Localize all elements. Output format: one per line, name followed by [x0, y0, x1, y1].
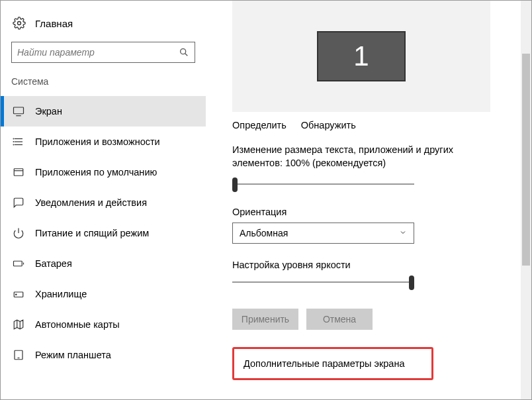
- sidebar-item-label: Питание и спящий режим: [35, 228, 149, 238]
- sidebar-item-default-apps[interactable]: Приложения по умолчанию: [1, 157, 206, 187]
- maps-icon: [13, 319, 24, 330]
- sidebar-item-tablet[interactable]: Режим планшета: [1, 340, 206, 370]
- gear-icon: [13, 17, 26, 30]
- monitor-number: 1: [353, 40, 369, 72]
- orientation-dropdown[interactable]: Альбомная: [232, 223, 414, 244]
- cancel-button[interactable]: Отмена: [306, 309, 373, 330]
- svg-rect-14: [14, 261, 22, 266]
- detect-link[interactable]: Обнаружить: [301, 120, 356, 130]
- battery-icon: [13, 258, 24, 270]
- display-preview: 1: [232, 1, 490, 112]
- storage-icon: [13, 288, 24, 300]
- svg-point-1: [181, 49, 186, 54]
- home-label: Главная: [35, 18, 73, 29]
- power-icon: [13, 227, 24, 239]
- sidebar-item-label: Автономные карты: [35, 319, 120, 330]
- scrollbar-vertical[interactable]: [521, 1, 531, 399]
- sidebar-item-storage[interactable]: Хранилище: [1, 279, 206, 309]
- orientation-label: Ориентация: [232, 207, 490, 217]
- sidebar-item-power[interactable]: Питание и спящий режим: [1, 218, 206, 248]
- slider-thumb[interactable]: [232, 177, 238, 192]
- sidebar-item-label: Батарея: [35, 258, 72, 269]
- svg-rect-11: [14, 169, 23, 176]
- svg-point-8: [13, 138, 14, 139]
- scale-slider[interactable]: [232, 177, 414, 191]
- svg-marker-18: [14, 320, 23, 329]
- advanced-display-link[interactable]: Дополнительные параметры экрана: [244, 358, 405, 369]
- home-row[interactable]: Главная: [1, 17, 206, 42]
- search-box[interactable]: [11, 42, 195, 63]
- slider-track: [232, 281, 414, 283]
- display-icon: [13, 105, 24, 117]
- sidebar-item-label: Приложения и возможности: [35, 136, 160, 147]
- tablet-icon: [13, 349, 24, 361]
- sidebar-item-display[interactable]: Экран: [1, 96, 206, 126]
- svg-line-2: [185, 54, 188, 56]
- sidebar-item-label: Режим планшета: [35, 350, 111, 360]
- content-pane: 1 Определить Обнаружить Изменение размер…: [206, 1, 531, 399]
- scale-text: Изменение размера текста, приложений и д…: [232, 144, 490, 170]
- svg-rect-3: [14, 107, 24, 114]
- slider-thumb[interactable]: [409, 275, 414, 290]
- sidebar: Главная Система Экран Приложения и возмо…: [1, 1, 206, 399]
- svg-point-17: [16, 294, 17, 295]
- search-icon: [179, 47, 189, 58]
- identify-link[interactable]: Определить: [232, 120, 287, 130]
- sidebar-item-label: Уведомления и действия: [35, 197, 147, 208]
- sidebar-item-label: Хранилище: [35, 289, 87, 299]
- default-apps-icon: [13, 166, 24, 178]
- slider-track: [232, 183, 414, 185]
- svg-point-10: [13, 144, 14, 145]
- brightness-slider[interactable]: [232, 275, 414, 289]
- sidebar-item-battery[interactable]: Батарея: [1, 248, 206, 279]
- chevron-down-icon: [399, 228, 407, 238]
- apply-button[interactable]: Применить: [232, 309, 298, 330]
- orientation-value: Альбомная: [240, 228, 288, 238]
- monitor-tile[interactable]: 1: [317, 31, 406, 81]
- sidebar-item-maps[interactable]: Автономные карты: [1, 309, 206, 340]
- category-label: Система: [1, 76, 206, 96]
- svg-point-9: [13, 142, 14, 142]
- sidebar-item-label: Приложения по умолчанию: [35, 167, 157, 177]
- search-input[interactable]: [17, 47, 179, 58]
- sidebar-item-notifications[interactable]: Уведомления и действия: [1, 187, 206, 218]
- sidebar-item-apps[interactable]: Приложения и возможности: [1, 126, 206, 157]
- apps-icon: [13, 136, 24, 148]
- svg-point-0: [18, 22, 21, 25]
- notifications-icon: [13, 197, 24, 209]
- sidebar-item-label: Экран: [35, 106, 62, 117]
- scrollbar-thumb[interactable]: [522, 54, 530, 266]
- advanced-link-highlight: Дополнительные параметры экрана: [232, 347, 433, 380]
- brightness-label: Настройка уровня яркости: [232, 260, 490, 270]
